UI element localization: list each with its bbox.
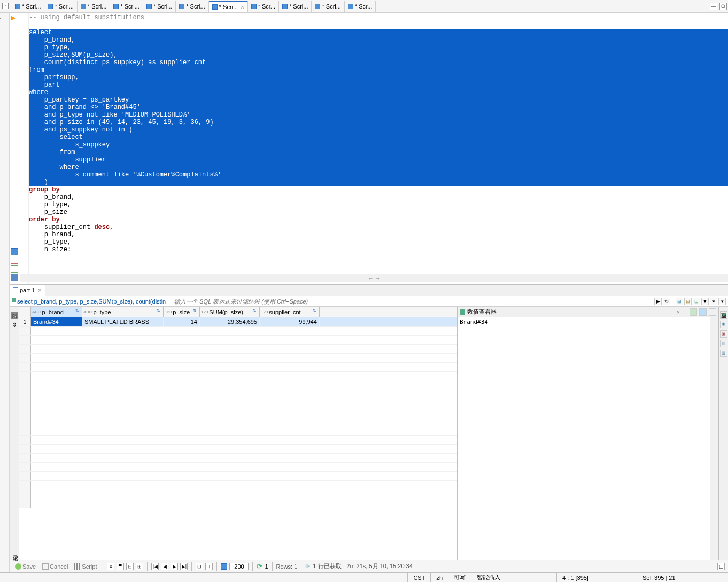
left-gutter: ▫	[0, 13, 10, 572]
empty-row	[19, 390, 457, 399]
close-icon[interactable]: ×	[241, 4, 244, 10]
gear-icon[interactable]	[11, 248, 18, 255]
panel-config-button[interactable]: ⊞	[676, 298, 683, 305]
window-maximize-button[interactable]: ▢	[719, 3, 727, 10]
editor-tab-5[interactable]: * Scri...	[176, 1, 208, 12]
panel-config-button[interactable]: ▼	[701, 298, 709, 305]
edit-row-button[interactable]: ⊞	[136, 563, 143, 570]
edit-row-button[interactable]: ≣	[117, 563, 124, 570]
code-line: from	[29, 149, 728, 156]
editor-horizontal-scrollbar[interactable]: ← →	[20, 274, 728, 282]
expand-icon[interactable]: ⛶	[166, 298, 172, 305]
tab-label: * Scri...	[120, 3, 139, 10]
editor-tab-2[interactable]: * Scri...	[78, 1, 110, 12]
table-row[interactable]: 1Brand#34SMALL PLATED BRASS1429,354,6959…	[19, 317, 457, 327]
editor-tab-10[interactable]: * Scr...	[345, 1, 376, 12]
panel-config-button[interactable]: ▾	[718, 298, 726, 305]
column-label: p_size	[173, 309, 190, 315]
status-extra	[717, 573, 728, 582]
close-icon[interactable]: ×	[677, 309, 680, 315]
panel-icon[interactable]: ▤	[720, 340, 727, 347]
vertical-scrollbar[interactable]	[710, 317, 718, 560]
next-page-button[interactable]: ▶	[171, 563, 178, 570]
row-number[interactable]: 1	[19, 317, 31, 326]
filter-icon[interactable]: ⇅	[253, 308, 258, 314]
add-row-button[interactable]: ⊡	[196, 563, 203, 570]
first-page-button[interactable]: |◀	[151, 563, 159, 570]
maximize-panel-button[interactable]: ▢	[717, 563, 725, 570]
vv-mode-button[interactable]	[709, 308, 716, 316]
script-button[interactable]: Script	[72, 563, 99, 570]
filter-icon[interactable]: ⇅	[157, 308, 162, 314]
vv-config-button[interactable]	[699, 308, 707, 316]
grid-icon[interactable]	[11, 312, 18, 319]
cell[interactable]: 14	[164, 317, 200, 326]
filter-icon[interactable]: ⇅	[75, 308, 81, 314]
panel-icon[interactable]: ◉	[720, 321, 727, 328]
clear-filter-button[interactable]: ⟲	[663, 298, 670, 305]
filter-icon[interactable]: ⇅	[313, 308, 318, 314]
editor-tab-0[interactable]: * Scri...	[12, 1, 44, 12]
column-header-psize[interactable]: 123p_size⇅	[164, 307, 200, 317]
export-button[interactable]: ↓	[205, 563, 213, 570]
filter-icon[interactable]: ⇅	[193, 308, 198, 314]
panel-icon[interactable]: ▣	[720, 330, 727, 338]
editor-tab-1[interactable]: * Scri...	[44, 1, 77, 12]
editor-tab-8[interactable]: * Scri...	[279, 1, 312, 12]
filter-input[interactable]	[172, 298, 654, 305]
panel-config-button[interactable]: ⊡	[693, 298, 700, 305]
save-button[interactable]: Save	[13, 563, 38, 570]
value-viewer-body[interactable]: Brand#34	[458, 317, 718, 560]
column-header-sumpsize[interactable]: 123SUM(p_size)⇅	[200, 307, 260, 317]
rownum-header[interactable]	[19, 307, 31, 317]
cell[interactable]: 99,944	[260, 317, 320, 326]
empty-row	[19, 454, 457, 463]
empty-row	[19, 354, 457, 363]
code-line: and p_brand <> 'Brand#45'	[29, 104, 728, 111]
grid-icon[interactable]	[11, 274, 18, 281]
panel-icon[interactable]: ◆	[720, 311, 727, 319]
grid-body[interactable]: 1Brand#34SMALL PLATED BRASS1429,354,6959…	[19, 317, 457, 560]
close-icon[interactable]: ×	[38, 287, 41, 293]
code-area[interactable]: -- using default substitutions select p_…	[29, 13, 728, 284]
editor-tab-4[interactable]: * Scri...	[143, 1, 176, 12]
column-header-suppliercnt[interactable]: 123supplier_cnt⇅	[260, 307, 320, 317]
prev-page-button[interactable]: ◀	[161, 563, 168, 570]
record-tab[interactable]: 记录	[10, 549, 19, 553]
vv-add-button[interactable]	[690, 308, 697, 316]
cell[interactable]: 29,354,695	[200, 317, 260, 326]
cell[interactable]: SMALL PLATED BRASS	[82, 317, 164, 326]
column-header-pbrand[interactable]: ABCp_brand⇅	[31, 307, 82, 317]
gear-icon[interactable]	[221, 563, 227, 570]
editor-tab-7[interactable]: * Scr...	[248, 1, 279, 12]
code-line: where	[29, 164, 728, 171]
editor-tab-9[interactable]: * Scri...	[312, 1, 344, 12]
editor-tab-3[interactable]: * Scri...	[110, 1, 143, 12]
lang-label[interactable]: zh	[430, 573, 448, 582]
last-page-button[interactable]: ▶|	[180, 563, 188, 570]
edit-row-button[interactable]: ≡	[107, 563, 114, 570]
window-minimize-button[interactable]: —	[710, 3, 717, 10]
panel-icon[interactable]: ▥	[720, 350, 727, 357]
editor-tab-6[interactable]: * Scri...×	[209, 1, 248, 12]
minimize-view-button[interactable]: ▫	[2, 3, 9, 9]
edit-row-button[interactable]: ⊟	[126, 563, 134, 570]
insert-mode-label[interactable]: 智能插入	[471, 573, 556, 582]
result-tab-part1[interactable]: part 1 ×	[10, 285, 45, 296]
arrows-icon[interactable]: ⇕	[12, 322, 17, 328]
empty-row	[19, 363, 457, 372]
collapse-button[interactable]: ▫	[0, 15, 9, 21]
cancel-button[interactable]: Cancel	[40, 563, 70, 570]
page-size-input[interactable]	[229, 563, 249, 570]
column-header-ptype[interactable]: ABCp_type⇅	[82, 307, 164, 317]
column-label: supplier_cnt	[269, 309, 300, 315]
panel-config-button[interactable]: ▾	[710, 298, 717, 305]
refresh-icon[interactable]: ⟳	[257, 562, 262, 570]
page-icon	[13, 287, 18, 293]
cell[interactable]: Brand#34	[31, 317, 82, 326]
apply-filter-button[interactable]: ▶	[654, 298, 662, 305]
empty-row	[19, 463, 457, 472]
page-icon[interactable]	[11, 257, 18, 264]
panel-config-button[interactable]: ⊟	[684, 298, 692, 305]
page-icon[interactable]	[11, 265, 18, 273]
